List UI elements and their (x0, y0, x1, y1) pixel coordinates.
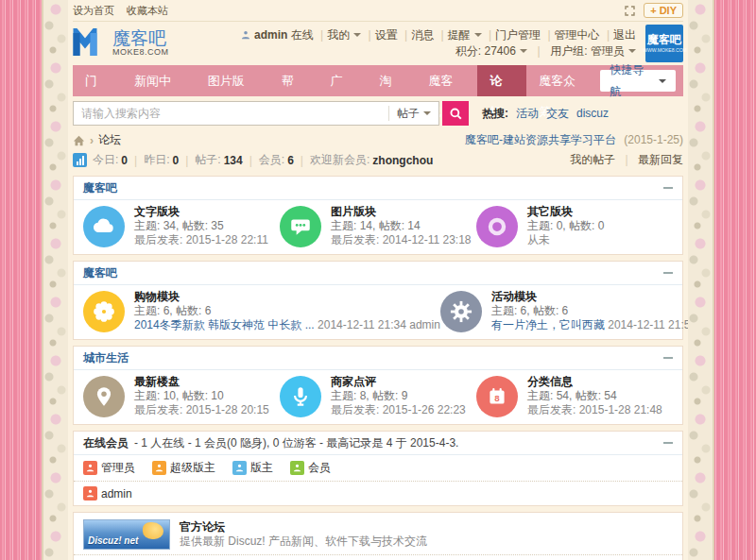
legend-admin: 管理员 (83, 460, 135, 476)
my-posts-link[interactable]: 我的帖子 (570, 153, 615, 166)
quick-nav-button[interactable]: 快捷导航 (600, 70, 676, 92)
collapse-icon[interactable] (663, 353, 673, 363)
forum-name[interactable]: 图片版块 (331, 205, 376, 218)
legend-moderator: 版主 (232, 460, 273, 476)
last-post-link[interactable]: 2014冬季新款 韩版女神范 中长款 ... (134, 318, 315, 331)
search-button[interactable] (442, 101, 469, 126)
members-value: 6 (287, 154, 294, 167)
chat-bubble-icon[interactable] (280, 206, 321, 247)
site-title-link[interactable]: 魔客吧-建站资源共享学习平台 (465, 133, 616, 146)
online-title: 在线会员 (83, 432, 129, 454)
user-icon (83, 461, 97, 475)
legend-label: 管理员 (101, 460, 135, 476)
online-member-link[interactable]: admin (101, 487, 132, 501)
search-input[interactable] (74, 107, 388, 120)
discuz-logo[interactable]: Discuz! net (83, 519, 170, 550)
forum-name[interactable]: 其它版块 (527, 205, 573, 218)
search-box: 帖子 (73, 101, 439, 126)
last-post-time: 从未 (527, 233, 550, 246)
gear-icon[interactable] (440, 291, 482, 332)
hot-link-activity[interactable]: 活动 (516, 106, 539, 122)
menu-admin-center[interactable]: 管理中心 (555, 28, 600, 42)
forum-name[interactable]: 商家点评 (331, 375, 376, 388)
breadcrumb: › 论坛 魔客吧-建站资源共享学习平台 (2015-1-25) (73, 130, 683, 150)
chevron-down-icon (628, 49, 636, 57)
ring-icon[interactable] (476, 206, 518, 247)
menu-logout[interactable]: 退出 (613, 28, 636, 42)
collapse-icon[interactable] (663, 183, 673, 193)
collapse-icon[interactable] (663, 268, 673, 278)
menu-settings[interactable]: 设置 (375, 28, 398, 42)
footer-links: Comsenz 漫游平台 Yeswan 专用主机 (74, 554, 682, 560)
forum-name[interactable]: 最新楼盘 (134, 375, 180, 388)
last-post-link[interactable]: 有一片净土，它叫西藏 (491, 318, 605, 331)
main-nav: 门户 新闻中心 图片版块 帮助 广播 淘帖 魔客吧 论坛 魔客众筹 快捷导航 (73, 65, 683, 96)
home-icon[interactable] (73, 135, 85, 146)
site-title-date: (2015-1-25) (624, 133, 683, 146)
username-link[interactable]: admin (254, 28, 287, 42)
menu-reminders[interactable]: 提醒 (448, 28, 471, 42)
nav-item-crowdfunding[interactable]: 魔客众筹 (526, 65, 600, 96)
favorite-link[interactable]: 收藏本站 (127, 5, 168, 16)
hot-link-friends[interactable]: 交友 (546, 106, 569, 122)
section-title[interactable]: 城市生活 (83, 347, 129, 369)
section-title[interactable]: 魔客吧 (83, 177, 117, 199)
discuz-logo-text: Discuz! net (88, 535, 138, 546)
forum-cell: 最新楼盘 主题: 10, 帖数: 10 最后发表: 2015-1-28 20:1… (83, 375, 280, 417)
yesterday-value: 0 (173, 154, 180, 167)
calendar-icon[interactable]: 8 (476, 376, 518, 417)
site-logo[interactable]: 魔客吧 MOKE8.COM (73, 28, 169, 59)
set-home-link[interactable]: 设为首页 (73, 5, 114, 16)
yesterday-label: 昨日: (144, 152, 169, 168)
nav-item-moke8[interactable]: 魔客吧 (416, 65, 477, 96)
nav-item-images[interactable]: 图片版块 (196, 65, 269, 96)
breadcrumb-separator: › (90, 134, 94, 147)
usergroup-value[interactable]: 管理员 (591, 44, 625, 58)
forum-cell: 文字版块 主题: 34, 帖数: 35 最后发表: 2015-1-28 22:1… (83, 205, 280, 247)
nav-item-broadcast[interactable]: 广播 (318, 65, 368, 96)
microphone-icon[interactable] (280, 376, 321, 417)
forum-section: 城市生活 最新楼盘 主题: 10, 帖数: 10 最后发表: 2015-1-28… (73, 346, 683, 425)
cloud-icon[interactable] (83, 206, 125, 247)
nav-item-news[interactable]: 新闻中心 (122, 65, 196, 96)
breadcrumb-forum[interactable]: 论坛 (98, 132, 121, 148)
menu-my[interactable]: 我的 (327, 28, 350, 42)
collapse-icon[interactable] (663, 438, 673, 448)
section-title[interactable]: 魔客吧 (83, 262, 117, 284)
search-type-select[interactable]: 帖子 (388, 106, 438, 121)
diy-button[interactable]: + DIY (644, 3, 683, 18)
online-header: 在线会员 - 1 人在线 - 1 会员(0 隐身), 0 位游客 - 最高记录是… (74, 432, 682, 455)
forum-name[interactable]: 文字版块 (134, 205, 180, 218)
map-pin-icon[interactable] (83, 376, 125, 417)
hot-link-discuz[interactable]: discuz (576, 107, 609, 120)
left-decorative-border (0, 0, 68, 560)
hot-search-label: 热搜: (482, 106, 508, 122)
forum-cell: 其它版块 主题: 0, 帖数: 0 从未 (476, 205, 673, 247)
online-status: 在线 (291, 28, 314, 42)
nav-item-taotie[interactable]: 淘帖 (368, 65, 417, 96)
nav-item-forum-active[interactable]: 论坛 (477, 65, 526, 96)
last-post-label: 最后发表: (527, 403, 576, 416)
nav-item-help[interactable]: 帮助 (269, 65, 318, 96)
flower-icon[interactable] (83, 291, 125, 332)
usergroup-label: 用户组: (550, 44, 587, 58)
menu-messages[interactable]: 消息 (411, 28, 434, 42)
new-member-link[interactable]: zhongchou (372, 154, 433, 167)
official-forum-link[interactable]: 官方论坛 (180, 520, 225, 534)
forum-name[interactable]: 活动模块 (491, 290, 537, 303)
chevron-down-icon (353, 33, 361, 41)
forum-name[interactable]: 购物模块 (134, 290, 180, 303)
online-member-list: admin (74, 481, 682, 505)
credits-value[interactable]: 27406 (484, 44, 515, 58)
nav-item-portal[interactable]: 门户 (73, 65, 122, 96)
section-header: 城市生活 (74, 347, 682, 370)
forum-name[interactable]: 分类信息 (527, 375, 573, 388)
forum-stats: 主题: 34, 帖数: 35 (134, 219, 268, 233)
fullscreen-icon[interactable] (624, 5, 636, 17)
badge-subtitle: WWW.MOKE8.COM (643, 46, 687, 53)
latest-replies-link[interactable]: 最新回复 (638, 153, 683, 166)
menu-portal-admin[interactable]: 门户管理 (495, 28, 541, 42)
forum-stats: 主题: 10, 帖数: 10 (134, 389, 269, 403)
stats-chart-icon (73, 153, 87, 167)
section-header: 魔客吧 (74, 262, 682, 285)
